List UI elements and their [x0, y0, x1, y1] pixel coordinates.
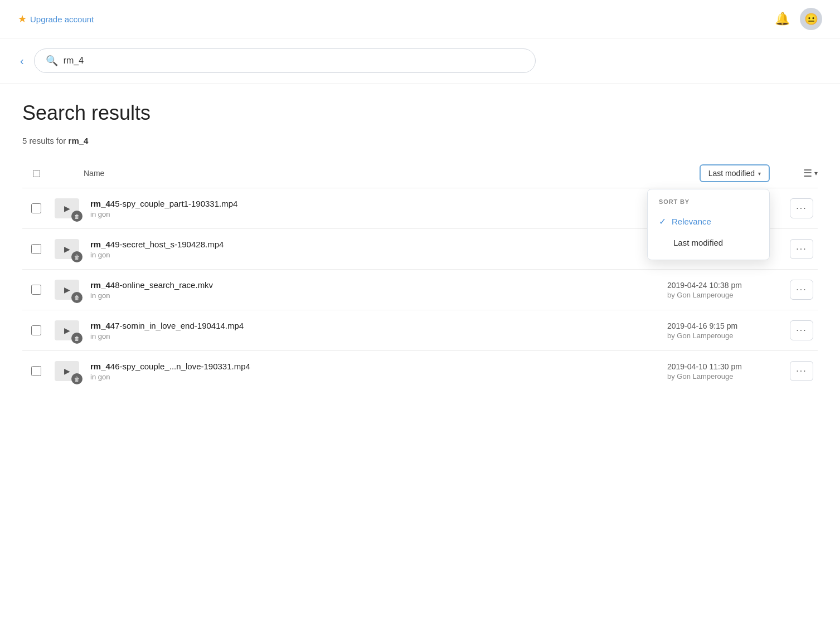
- row-checkbox-col: [22, 366, 50, 376]
- table-row: ▶ 🗑 rm_446-spy_couple_...n_love-190331.m…: [22, 351, 818, 391]
- file-location: in gon: [90, 373, 667, 381]
- view-chevron-icon: ▾: [814, 169, 818, 177]
- play-icon: ▶: [64, 367, 70, 375]
- page-title: Search results: [22, 101, 818, 125]
- relevance-label: Relevance: [672, 217, 711, 226]
- search-bar-row: ‹ 🔍: [0, 38, 840, 84]
- header-checkbox-col: [22, 170, 50, 177]
- file-thumbnail: ▶ 🗑: [55, 320, 79, 340]
- meta-date: 2019-04-16 9:15 pm: [667, 321, 790, 330]
- more-options-button[interactable]: ···: [790, 198, 813, 218]
- upgrade-link[interactable]: ★ Upgrade account: [18, 13, 94, 25]
- last-modified-label: Last modified: [673, 238, 723, 247]
- file-info: rm_445-spy_couple_part1-190331.mp4 in go…: [84, 199, 667, 218]
- avatar-face: 😐: [804, 12, 818, 26]
- file-name-suffix: 47-somin_in_love_end-190414.mp4: [110, 321, 244, 330]
- row-checkbox[interactable]: [31, 325, 41, 335]
- file-icon-wrapper: ▶ 🗑: [50, 198, 84, 218]
- file-meta: 2019-04-16 9:15 pm by Gon Lamperouge: [667, 321, 790, 340]
- file-name-suffix: 46-spy_couple_...n_love-190331.mp4: [110, 362, 250, 371]
- file-location: in gon: [90, 210, 667, 218]
- star-icon: ★: [18, 13, 27, 25]
- name-column-header: Name: [50, 169, 700, 178]
- file-icon-wrapper: ▶ 🗑: [50, 320, 84, 340]
- search-icon: 🔍: [46, 55, 58, 67]
- meta-date: 2019-04-24 10:38 pm: [667, 281, 790, 290]
- file-thumbnail: ▶ 🗑: [55, 361, 79, 381]
- file-location: in gon: [90, 291, 667, 300]
- table-header: Name Last modified ▾ SORT BY ✓ Relevance…: [22, 159, 818, 188]
- file-name[interactable]: rm_447-somin_in_love_end-190414.mp4: [90, 321, 667, 330]
- file-name-prefix: rm_4: [90, 362, 110, 371]
- top-bar: ★ Upgrade account 🔔 😐: [0, 0, 840, 38]
- file-name-prefix: rm_4: [90, 240, 110, 249]
- sort-label: Last modified: [708, 169, 755, 178]
- trash-icon: 🗑: [71, 333, 82, 344]
- file-name-suffix: 45-spy_couple_part1-190331.mp4: [110, 199, 238, 208]
- row-checkbox[interactable]: [31, 203, 41, 213]
- row-checkbox-col: [22, 325, 50, 335]
- trash-icon: 🗑: [71, 373, 82, 384]
- check-icon: ✓: [659, 216, 666, 227]
- play-icon: ▶: [64, 204, 70, 213]
- bell-icon[interactable]: 🔔: [775, 12, 790, 26]
- row-checkbox-col: [22, 285, 50, 295]
- sort-option-last-modified[interactable]: Last modified: [648, 232, 769, 253]
- main-content: Search results 5 results for rm_4 Name L…: [0, 84, 840, 409]
- file-location: in gon: [90, 251, 667, 259]
- table-row: ▶ 🗑 rm_447-somin_in_love_end-190414.mp4 …: [22, 310, 818, 351]
- file-name-prefix: rm_4: [90, 321, 110, 330]
- sort-dropdown: SORT BY ✓ Relevance Last modified: [647, 189, 770, 260]
- file-name[interactable]: rm_449-secret_host_s-190428.mp4: [90, 240, 667, 249]
- top-right: 🔔 😐: [775, 8, 822, 30]
- file-thumbnail: ▶ 🗑: [55, 239, 79, 259]
- file-thumbnail: ▶ 🗑: [55, 198, 79, 218]
- file-name-prefix: rm_4: [90, 199, 110, 208]
- more-options-button[interactable]: ···: [790, 239, 813, 259]
- file-name[interactable]: rm_446-spy_couple_...n_love-190331.mp4: [90, 362, 667, 371]
- table-row: ▶ 🗑 rm_448-online_search_race.mkv in gon…: [22, 270, 818, 310]
- file-thumbnail: ▶ 🗑: [55, 280, 79, 300]
- file-location: in gon: [90, 332, 667, 340]
- meta-author: by Gon Lamperouge: [667, 372, 790, 381]
- file-info: rm_448-online_search_race.mkv in gon: [84, 280, 667, 300]
- play-icon: ▶: [64, 285, 70, 294]
- row-checkbox-col: [22, 244, 50, 254]
- sort-button[interactable]: Last modified ▾: [700, 164, 770, 182]
- file-name[interactable]: rm_448-online_search_race.mkv: [90, 280, 667, 290]
- more-options-button[interactable]: ···: [790, 361, 813, 381]
- row-checkbox[interactable]: [31, 366, 41, 376]
- play-icon: ▶: [64, 326, 70, 335]
- more-options-button[interactable]: ···: [790, 320, 813, 340]
- meta-author: by Gon Lamperouge: [667, 291, 790, 299]
- view-toggle[interactable]: ☰ ▾: [803, 167, 818, 179]
- row-checkbox[interactable]: [31, 244, 41, 254]
- file-meta: 2019-04-24 10:38 pm by Gon Lamperouge: [667, 281, 790, 299]
- back-button[interactable]: ‹: [18, 55, 26, 67]
- search-input[interactable]: [64, 56, 524, 66]
- play-icon: ▶: [64, 245, 70, 253]
- list-view-icon: ☰: [803, 167, 812, 179]
- meta-date: 2019-04-10 11:30 pm: [667, 362, 790, 371]
- meta-author: by Gon Lamperouge: [667, 331, 790, 340]
- file-icon-wrapper: ▶ 🗑: [50, 361, 84, 381]
- file-info: rm_447-somin_in_love_end-190414.mp4 in g…: [84, 321, 667, 340]
- file-info: rm_446-spy_couple_...n_love-190331.mp4 i…: [84, 362, 667, 381]
- sort-by-label: SORT BY: [648, 196, 769, 211]
- sort-column: Last modified ▾ SORT BY ✓ Relevance Last…: [700, 164, 770, 182]
- file-name-suffix: 49-secret_host_s-190428.mp4: [110, 240, 224, 249]
- search-box: 🔍: [34, 48, 536, 73]
- avatar[interactable]: 😐: [800, 8, 822, 30]
- trash-icon: 🗑: [71, 292, 82, 303]
- upgrade-label: Upgrade account: [30, 14, 94, 24]
- file-name-prefix: rm_4: [90, 280, 110, 290]
- sort-option-relevance[interactable]: ✓ Relevance: [648, 211, 769, 232]
- chevron-down-icon: ▾: [758, 170, 761, 177]
- row-checkbox[interactable]: [31, 285, 41, 295]
- file-info: rm_449-secret_host_s-190428.mp4 in gon: [84, 240, 667, 259]
- select-all-checkbox[interactable]: [33, 170, 40, 177]
- file-name[interactable]: rm_445-spy_couple_part1-190331.mp4: [90, 199, 667, 208]
- trash-icon: 🗑: [71, 251, 82, 262]
- more-options-button[interactable]: ···: [790, 280, 813, 300]
- file-name-suffix: 48-online_search_race.mkv: [110, 280, 213, 290]
